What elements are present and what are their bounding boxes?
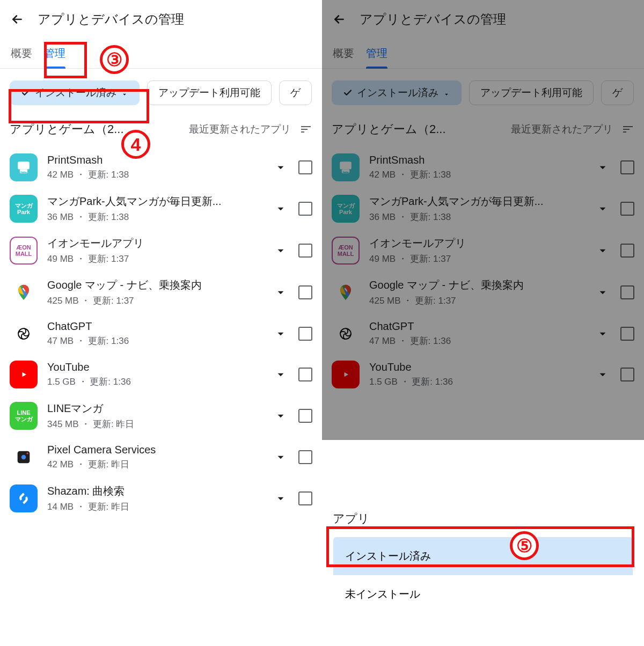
app-name: イオンモールアプリ	[369, 236, 585, 251]
select-checkbox[interactable]	[298, 160, 312, 174]
back-arrow-icon[interactable]	[10, 12, 25, 27]
select-checkbox[interactable]	[298, 244, 312, 258]
app-name: ChatGPT	[369, 320, 585, 333]
app-icon-linemanga: LINEマンガ	[10, 402, 38, 430]
select-checkbox[interactable]	[298, 285, 312, 299]
chip-games-cut[interactable]: ゲ	[601, 80, 634, 105]
select-checkbox[interactable]	[620, 160, 634, 174]
expand-chevron-icon[interactable]	[595, 159, 611, 175]
expand-chevron-icon[interactable]	[595, 326, 611, 342]
back-arrow-icon[interactable]	[332, 12, 347, 27]
chip-updates[interactable]: アップデート利用可能	[469, 80, 594, 105]
select-checkbox[interactable]	[298, 368, 312, 381]
app-row[interactable]: Shazam: 曲検索 14 MB ・ 更新: 昨日	[0, 478, 322, 519]
expand-chevron-icon[interactable]	[273, 201, 289, 217]
app-row[interactable]: マンガPark マンガPark-人気マンガが毎日更新... 36 MB ・ 更新…	[322, 188, 644, 230]
sort-icon[interactable]	[299, 123, 312, 136]
chip-games-cut[interactable]: ゲ	[279, 80, 312, 105]
expand-chevron-icon[interactable]	[595, 284, 611, 300]
app-meta: 42 MB ・ 更新: 1:38	[369, 168, 585, 181]
expand-chevron-icon[interactable]	[595, 366, 611, 383]
select-checkbox[interactable]	[298, 202, 312, 216]
app-text: ChatGPT 47 MB ・ 更新: 1:36	[47, 320, 263, 347]
option-installed[interactable]: インストール済み	[333, 537, 633, 575]
app-row[interactable]: PrintSmash 42 MB ・ 更新: 1:38	[322, 147, 644, 188]
app-text: イオンモールアプリ 49 MB ・ 更新: 1:37	[47, 236, 263, 265]
select-checkbox[interactable]	[298, 409, 312, 423]
app-row[interactable]: ÆONMALL イオンモールアプリ 49 MB ・ 更新: 1:37	[0, 230, 322, 271]
app-row[interactable]: ChatGPT 47 MB ・ 更新: 1:36	[322, 313, 644, 354]
check-icon	[343, 88, 353, 98]
app-icon-printsmash	[332, 153, 360, 181]
app-meta: 14 MB ・ 更新: 昨日	[47, 501, 263, 513]
expand-chevron-icon[interactable]	[273, 243, 289, 259]
app-meta: 42 MB ・ 更新: 昨日	[47, 458, 263, 471]
app-row[interactable]: LINEマンガ LINEマンガ 345 MB ・ 更新: 昨日	[0, 395, 322, 437]
app-name: イオンモールアプリ	[47, 236, 263, 251]
tabs: 概要 管理	[0, 39, 322, 69]
app-icon-aeon: ÆONMALL	[332, 237, 360, 265]
caret-down-icon	[443, 89, 450, 97]
app-text: マンガPark-人気マンガが毎日更新... 36 MB ・ 更新: 1:38	[47, 194, 263, 223]
app-text: Google マップ - ナビ、乗換案内 425 MB ・ 更新: 1:37	[369, 278, 585, 307]
expand-chevron-icon[interactable]	[273, 284, 289, 300]
app-name: PrintSmash	[369, 154, 585, 166]
app-row[interactable]: ÆONMALL イオンモールアプリ 49 MB ・ 更新: 1:37	[322, 230, 644, 271]
tab-overview[interactable]: 概要	[333, 39, 366, 68]
app-name: ChatGPT	[47, 320, 263, 333]
app-meta: 1.5 GB ・ 更新: 1:36	[369, 376, 585, 388]
expand-chevron-icon[interactable]	[595, 201, 611, 217]
app-text: YouTube 1.5 GB ・ 更新: 1:36	[369, 361, 585, 388]
app-row[interactable]: マンガPark マンガPark-人気マンガが毎日更新... 36 MB ・ 更新…	[0, 188, 322, 230]
left-screenshot: アプリとデバイスの管理 概要 管理 インストール済み アップデート利用可能 ゲ …	[0, 0, 322, 646]
app-row[interactable]: Google マップ - ナビ、乗換案内 425 MB ・ 更新: 1:37	[0, 271, 322, 313]
expand-chevron-icon[interactable]	[273, 408, 289, 424]
sort-icon[interactable]	[621, 123, 634, 136]
chip-updates[interactable]: アップデート利用可能	[147, 80, 272, 105]
app-text: ChatGPT 47 MB ・ 更新: 1:36	[369, 320, 585, 347]
app-text: Pixel Camera Services 42 MB ・ 更新: 昨日	[47, 444, 263, 471]
select-checkbox[interactable]	[298, 491, 312, 505]
tab-overview[interactable]: 概要	[11, 39, 44, 68]
expand-chevron-icon[interactable]	[273, 449, 289, 465]
app-icon-mangapark: マンガPark	[10, 195, 38, 223]
app-row[interactable]: Pixel Camera Services 42 MB ・ 更新: 昨日	[0, 437, 322, 478]
select-checkbox[interactable]	[620, 368, 634, 381]
app-icon-youtube	[332, 361, 360, 388]
tab-manage[interactable]: 管理	[44, 39, 77, 68]
expand-chevron-icon[interactable]	[273, 490, 289, 506]
app-meta: 49 MB ・ 更新: 1:37	[47, 253, 263, 265]
sort-label[interactable]: 最近更新されたアプリ	[189, 122, 291, 136]
svg-marker-12	[345, 372, 349, 377]
select-checkbox[interactable]	[298, 450, 312, 464]
select-checkbox[interactable]	[620, 244, 634, 258]
app-row[interactable]: Google マップ - ナビ、乗換案内 425 MB ・ 更新: 1:37	[322, 271, 644, 313]
app-name: LINEマンガ	[47, 401, 263, 416]
app-text: Google マップ - ナビ、乗換案内 425 MB ・ 更新: 1:37	[47, 278, 263, 307]
select-checkbox[interactable]	[620, 285, 634, 299]
expand-chevron-icon[interactable]	[273, 159, 289, 175]
chip-installed[interactable]: インストール済み	[332, 80, 462, 105]
app-meta: 1.5 GB ・ 更新: 1:36	[47, 376, 263, 388]
select-checkbox[interactable]	[298, 327, 312, 341]
expand-chevron-icon[interactable]	[595, 243, 611, 259]
svg-point-6	[21, 455, 26, 460]
sheet-title: アプリ	[333, 511, 633, 527]
tab-manage[interactable]: 管理	[366, 39, 399, 68]
app-icon-aeon: ÆONMALL	[10, 237, 38, 265]
app-row[interactable]: PrintSmash 42 MB ・ 更新: 1:38	[0, 147, 322, 188]
select-checkbox[interactable]	[620, 202, 634, 216]
select-checkbox[interactable]	[620, 327, 634, 341]
app-row[interactable]: YouTube 1.5 GB ・ 更新: 1:36	[0, 354, 322, 395]
chip-installed[interactable]: インストール済み	[10, 80, 140, 105]
option-not-installed[interactable]: 未インストール	[333, 575, 633, 613]
app-row[interactable]: YouTube 1.5 GB ・ 更新: 1:36	[322, 354, 644, 395]
app-name: マンガPark-人気マンガが毎日更新...	[369, 194, 585, 209]
app-row[interactable]: ChatGPT 47 MB ・ 更新: 1:36	[0, 313, 322, 354]
svg-marker-4	[23, 372, 27, 377]
app-meta: 36 MB ・ 更新: 1:38	[369, 211, 585, 223]
svg-rect-8	[340, 162, 352, 169]
app-name: YouTube	[369, 361, 585, 373]
expand-chevron-icon[interactable]	[273, 366, 289, 383]
expand-chevron-icon[interactable]	[273, 326, 289, 342]
